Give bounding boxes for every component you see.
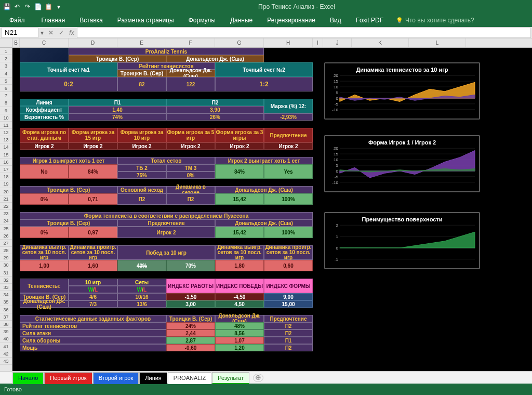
row-header[interactable]: 4 — [0, 70, 12, 77]
chart-surface: Преимущество поверхности -1012 — [324, 212, 480, 269]
row-header[interactable]: 39 — [0, 328, 12, 335]
col-header[interactable]: E — [117, 38, 166, 47]
stats-row-name: Рейтинг теннисистов — [20, 322, 166, 330]
out-dyn: П2 — [166, 193, 215, 205]
tab-page-layout[interactable]: Разметка страницы — [110, 14, 181, 27]
tm3-label: ТМ 3 — [166, 164, 215, 172]
row-header[interactable]: 5 — [0, 77, 12, 85]
sheet-tab[interactable]: Первый игрок — [44, 372, 92, 384]
tab-data[interactable]: Данные — [223, 14, 260, 27]
col-header[interactable]: I — [313, 38, 323, 47]
row-header[interactable]: 27 — [0, 240, 12, 247]
quick-access-toolbar: 💾 ↶ ↷ 📄 📋 ▾ — [2, 2, 63, 11]
row-header[interactable]: 15 — [0, 151, 12, 159]
col-header[interactable]: D — [69, 38, 117, 47]
row-header[interactable]: 37 — [0, 313, 12, 321]
row-header[interactable]: 32 — [0, 276, 12, 284]
stats-row-b: 1,20 — [215, 344, 264, 351]
name-box[interactable] — [1, 28, 38, 38]
row-header[interactable]: 43 — [0, 358, 12, 365]
row-header[interactable]: 24 — [0, 217, 12, 225]
save-icon[interactable]: 💾 — [2, 2, 11, 11]
row-header[interactable]: 29 — [0, 254, 12, 261]
tab-home[interactable]: Главная — [34, 14, 73, 27]
row-header[interactable]: 16 — [0, 159, 12, 166]
row-header[interactable]: 9 — [0, 107, 12, 114]
col-header[interactable]: H — [264, 38, 313, 47]
row-header[interactable]: 41 — [0, 343, 12, 350]
d10-h5: Динамика проигр. сетов за 10 посл. игр — [264, 245, 313, 260]
tab-review[interactable]: Рецензирование — [260, 14, 323, 27]
row-header[interactable]: 36 — [0, 306, 12, 313]
idx-r1-1: 10/16 — [117, 293, 166, 300]
sheet-tab[interactable]: Второй игрок — [93, 372, 139, 384]
redo-icon[interactable]: ↷ — [23, 2, 32, 11]
row-header[interactable]: 26 — [0, 232, 12, 240]
enter-icon[interactable]: ✓ — [56, 29, 66, 36]
formula-bar[interactable] — [77, 28, 531, 38]
row-header[interactable]: 21 — [0, 195, 12, 203]
row-header[interactable]: 34 — [0, 291, 12, 298]
row-header[interactable]: 23 — [0, 210, 12, 217]
col-header[interactable]: L — [409, 38, 466, 47]
svg-text:15: 15 — [334, 152, 338, 156]
row-header[interactable]: 19 — [0, 180, 12, 188]
player1-name: Троицки В. (Сер) — [69, 55, 166, 62]
row-header[interactable]: 17 — [0, 166, 12, 173]
select-all-corner[interactable] — [0, 38, 12, 48]
add-sheet-button[interactable]: ⊕ — [253, 374, 263, 382]
row-header[interactable]: 20 — [0, 188, 12, 195]
row-header[interactable]: 40 — [0, 335, 12, 343]
row-header[interactable]: 42 — [0, 350, 12, 358]
row-header[interactable]: 2 — [0, 55, 12, 62]
p1-win-set-no: No — [20, 164, 69, 179]
row-header[interactable]: 22 — [0, 203, 12, 210]
row-header[interactable]: 13 — [0, 136, 12, 143]
cancel-icon[interactable]: ✕ — [46, 29, 56, 36]
row-header[interactable]: 38 — [0, 321, 12, 328]
row-header[interactable]: 11 — [0, 122, 12, 129]
row-header[interactable]: 31 — [0, 269, 12, 276]
namebox-dropdown-icon[interactable]: ▾ — [38, 29, 46, 36]
print-preview-icon[interactable]: 📋 — [44, 2, 53, 11]
row-header[interactable]: 7 — [0, 92, 12, 99]
stats-row-b: 1,07 — [215, 337, 264, 344]
row-header[interactable]: 30 — [0, 261, 12, 269]
col-header[interactable]: K — [352, 38, 409, 47]
col-header[interactable]: J — [323, 38, 352, 47]
p1-win-set-pct: 84% — [69, 164, 117, 179]
row-header[interactable]: 3 — [0, 62, 12, 70]
tab-view[interactable]: Вид — [323, 14, 349, 27]
row-header[interactable]: 1 — [0, 48, 12, 55]
col-header[interactable]: C — [20, 38, 69, 47]
sheet-tab[interactable]: PROANALIZ — [168, 372, 211, 384]
idx-r1-2: -1,50 — [166, 293, 215, 300]
grid[interactable]: BCDEFGHIJKL ProAnaliz Tennis Троицки В. … — [12, 38, 532, 371]
idx-p2: Дональдсон Дж. (Сша) — [20, 300, 69, 308]
qat-more-icon[interactable]: ▾ — [54, 2, 63, 11]
row-header[interactable]: 18 — [0, 173, 12, 180]
row-header[interactable]: 6 — [0, 85, 12, 92]
row-header[interactable]: 12 — [0, 129, 12, 136]
sheet-tab[interactable]: Линия — [139, 372, 167, 384]
row-header[interactable]: 10 — [0, 114, 12, 122]
row-header[interactable]: 33 — [0, 284, 12, 291]
col-header[interactable]: F — [166, 38, 215, 47]
sheet-tab[interactable]: Результат — [212, 372, 249, 384]
touch-mode-icon[interactable]: 📄 — [33, 2, 43, 11]
tell-me[interactable]: 💡Что вы хотите сделать? — [396, 17, 474, 24]
row-header[interactable]: 14 — [0, 143, 12, 151]
fx-icon[interactable]: fx — [66, 29, 77, 36]
row-header[interactable]: 25 — [0, 225, 12, 232]
row-header[interactable]: 8 — [0, 99, 12, 107]
sheet-tab[interactable]: Начало — [12, 372, 44, 384]
tab-file[interactable]: Файл — [0, 14, 34, 27]
row-header[interactable]: 35 — [0, 298, 12, 306]
col-header[interactable]: G — [215, 38, 264, 47]
row-header[interactable]: 28 — [0, 247, 12, 254]
tab-foxit[interactable]: Foxit PDF — [349, 14, 391, 27]
tab-insert[interactable]: Вставка — [72, 14, 110, 27]
undo-icon[interactable]: ↶ — [12, 2, 22, 11]
col-header[interactable]: B — [12, 38, 20, 47]
tab-formulas[interactable]: Формулы — [181, 14, 223, 27]
